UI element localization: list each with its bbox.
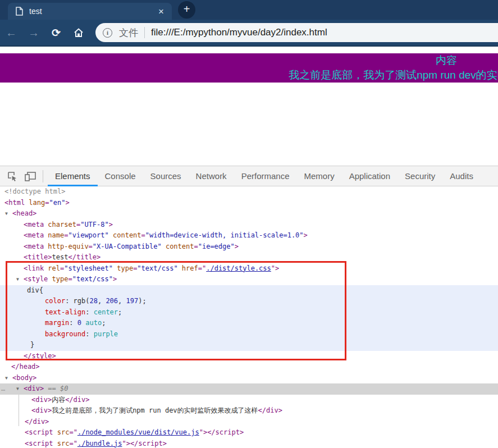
code-line[interactable]: </div>: [0, 417, 498, 428]
devtools-toolbar: ElementsConsoleSourcesNetworkPerformance…: [0, 166, 498, 186]
code-token: <link: [24, 264, 48, 272]
page-viewport: 内容 我之前是底部，我为了测试npm run dev的实时监听效果改成了这样: [0, 47, 498, 166]
banner-line-1: 内容: [0, 53, 498, 68]
expand-arrow-icon[interactable]: ▼: [5, 208, 8, 220]
code-token: background: [45, 330, 85, 338]
code-token: <div>: [24, 385, 44, 392]
code-token: =: [89, 243, 93, 250]
code-token: "ie=edge": [198, 243, 235, 250]
code-line[interactable]: text-align: center;: [0, 307, 498, 318]
code-line[interactable]: <script src="./bundle.js"></script>: [0, 438, 498, 448]
code-line[interactable]: <title>test</title>: [0, 252, 498, 263]
browser-tab[interactable]: test ×: [8, 3, 172, 20]
devtools-tab-console[interactable]: Console: [98, 166, 143, 186]
code-token: ,: [98, 297, 106, 305]
browser-window: test × + ← → ⟳ i 文件 file:///E:/mypython/…: [0, 0, 498, 448]
code-line[interactable]: <script src="./node_modules/vue/dist/vue…: [0, 427, 498, 438]
devtools-tab-security[interactable]: Security: [398, 166, 442, 186]
reload-button[interactable]: ⟳: [45, 26, 67, 39]
code-token: <head>: [12, 209, 36, 217]
code-line[interactable]: ▼<head>: [0, 208, 498, 220]
code-token: purple: [94, 330, 118, 338]
code-token: : rgb(: [65, 297, 89, 305]
code-line[interactable]: <div>内容</div>: [0, 395, 498, 406]
devtools-tab-audits[interactable]: Audits: [442, 166, 481, 186]
code-token: margin: [45, 319, 69, 327]
code-token: 206: [106, 297, 118, 305]
code-token: :: [85, 330, 93, 338]
new-tab-button[interactable]: +: [178, 1, 195, 19]
banner-line-2: 我之前是底部，我为了测试npm run dev的实时监听效果改成了这样: [0, 68, 498, 83]
devtools-tab-performance[interactable]: Performance: [234, 166, 297, 186]
code-token: content: [113, 231, 141, 239]
code-line[interactable]: <!doctype html>: [0, 186, 498, 198]
device-toolbar-icon: [24, 171, 36, 182]
devtools-tab-application[interactable]: Application: [342, 166, 398, 186]
code-line[interactable]: <html lang="en">: [0, 198, 498, 209]
address-bar[interactable]: i 文件 file:///E:/mypython/myvue/day2/inde…: [95, 23, 498, 42]
code-token: }: [30, 341, 34, 349]
code-line[interactable]: </head>: [0, 362, 498, 373]
devtools-tab-network[interactable]: Network: [189, 166, 234, 186]
code-token: <style: [24, 275, 52, 283]
code-token: src: [57, 440, 70, 447]
code-line[interactable]: }: [0, 340, 498, 351]
code-line[interactable]: background: purple: [0, 329, 498, 340]
code-line[interactable]: div{: [0, 285, 498, 296]
code-token: charset: [48, 221, 76, 228]
code-token: :: [69, 319, 77, 327]
code-token: <body>: [12, 374, 36, 382]
code-line[interactable]: <meta name="viewport" content="width=dev…: [0, 230, 498, 241]
code-token: <div>: [31, 396, 52, 404]
code-line[interactable]: <div>我之前是底部，我为了测试npm run dev的实时监听效果改成了这样…: [0, 405, 498, 417]
devtools-tab-elements[interactable]: Elements: [48, 166, 98, 186]
resource-link[interactable]: ./dist/style.css: [206, 264, 271, 272]
code-token: 28: [89, 297, 97, 305]
code-line[interactable]: <meta charset="UTF-8">: [0, 220, 498, 231]
code-line[interactable]: <link rel="stylesheet" type="text/css" h…: [0, 263, 498, 275]
url-text: file:///E:/mypython/myvue/day2/index.htm…: [151, 27, 327, 38]
forward-button[interactable]: →: [22, 26, 45, 39]
code-token: div{: [27, 286, 43, 294]
code-line[interactable]: ▼<body>: [0, 373, 498, 384]
home-button[interactable]: [67, 27, 90, 38]
home-icon: [73, 27, 84, 38]
code-line[interactable]: ▼<style type="text/css">: [0, 274, 498, 285]
code-token: =: [68, 275, 72, 283]
purple-banner: 内容 我之前是底部，我为了测试npm run dev的实时监听效果改成了这样: [0, 53, 498, 83]
code-token: </style>: [24, 352, 56, 360]
code-line[interactable]: </style>: [0, 351, 498, 362]
code-line[interactable]: …▼<div> == $0: [0, 383, 498, 395]
code-token: 内容: [52, 396, 65, 404]
code-token: type: [117, 264, 133, 272]
back-button[interactable]: ←: [0, 26, 22, 39]
code-line[interactable]: color: rgb(28, 206, 197);: [0, 296, 498, 307]
code-token: type: [52, 275, 68, 283]
inspect-element-button[interactable]: [3, 171, 21, 182]
expand-arrow-icon[interactable]: ▼: [5, 373, 8, 384]
resource-link[interactable]: ./bundle.js: [77, 440, 122, 447]
devtools-tabs: ElementsConsoleSourcesNetworkPerformance…: [48, 166, 481, 186]
code-token: "viewport": [68, 231, 109, 239]
code-token: text-align: [45, 308, 85, 316]
code-token: src: [57, 428, 70, 436]
code-token: >: [304, 231, 308, 239]
code-line[interactable]: margin: 0 auto;: [0, 318, 498, 329]
devtools-tab-sources[interactable]: Sources: [143, 166, 189, 186]
page-info-icon[interactable]: i: [103, 28, 112, 38]
device-toolbar-button[interactable]: [21, 171, 39, 182]
code-line[interactable]: <meta http-equiv="X-UA-Compatible" conte…: [0, 241, 498, 253]
tab-strip: test × +: [0, 0, 498, 20]
code-token: </head>: [11, 363, 40, 371]
resource-link[interactable]: ./node_modules/vue/dist/vue.js: [77, 428, 199, 436]
devtools-tab-memory[interactable]: Memory: [297, 166, 342, 186]
expand-arrow-icon[interactable]: ▼: [16, 383, 19, 395]
tab-close-icon[interactable]: ×: [156, 7, 166, 16]
code-token: == $0: [44, 385, 68, 392]
code-token: "X-UA-Compatible": [93, 243, 162, 250]
more-actions-icon[interactable]: …: [1, 383, 4, 395]
code-token: <html: [4, 199, 29, 207]
expand-arrow-icon[interactable]: ▼: [16, 274, 19, 285]
code-token: =: [141, 231, 145, 239]
code-token: <title>: [24, 253, 52, 261]
